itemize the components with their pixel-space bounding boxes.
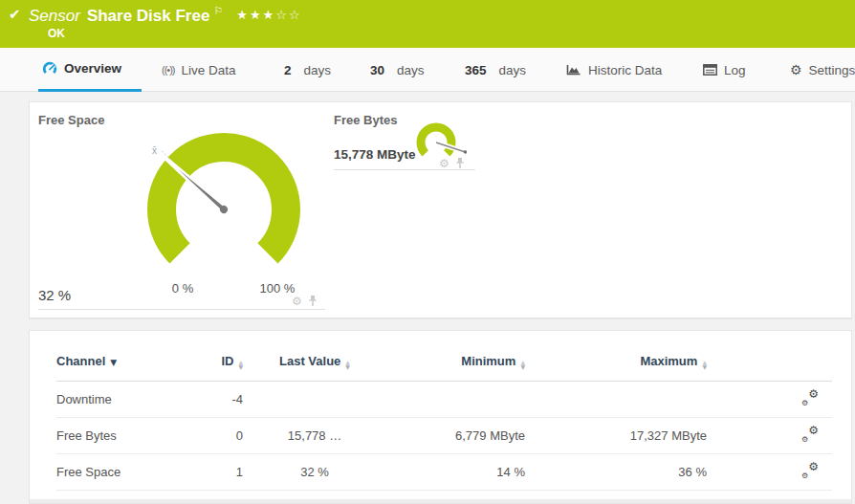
cell-maximum: [525, 382, 707, 418]
table-header-row: Channel▼ ID▲▼ Last Value▲▼ Minimum▲▼ Max: [56, 354, 832, 382]
cell-maximum: 36 %: [525, 454, 707, 491]
broadcast-icon: ((•)): [162, 64, 175, 76]
cell-minimum: [386, 382, 525, 418]
tab-365-days[interactable]: 365days: [461, 48, 530, 92]
cell-id: -4: [200, 382, 243, 418]
tab-settings[interactable]: ⚙ Settings: [786, 48, 855, 92]
free-bytes-separator: [334, 169, 475, 170]
column-header-channel[interactable]: Channel▼: [56, 354, 200, 382]
gauge-scale-min: 0 %: [164, 281, 202, 296]
tab-number: 30: [370, 63, 384, 77]
channel-settings-icon[interactable]: ⚙⚙: [801, 390, 819, 405]
pin-icon[interactable]: [455, 157, 465, 169]
status-badge: OK: [48, 27, 65, 40]
column-label: ID: [221, 354, 233, 368]
cell-minimum: 6,779 MByte: [386, 418, 525, 454]
sort-desc-icon: ▼: [110, 358, 117, 367]
gear-icon: ⚙: [790, 63, 802, 77]
tab-label: Log: [724, 63, 746, 77]
table-row-free-bytes[interactable]: Free Bytes 0 15,778 … 6,779 MByte 17,327…: [56, 418, 832, 454]
mean-marker: x̄: [152, 145, 157, 156]
column-header-id[interactable]: ID▲▼: [200, 354, 243, 382]
free-space-value: 32 %: [38, 287, 71, 303]
tab-label: Live Data: [182, 63, 236, 77]
sort-icon: ▲▼: [345, 360, 350, 369]
tab-number: 365: [465, 63, 487, 77]
cell-channel: Free Bytes: [56, 418, 200, 454]
channel-table-panel: Channel▼ ID▲▼ Last Value▲▼ Minimum▲▼ Max: [29, 330, 852, 504]
status-check-icon: ✔: [9, 6, 21, 23]
tab-bar: Overview ((•)) Live Data 2days 30days 36…: [0, 48, 855, 92]
tab-live-data[interactable]: ((•)) Live Data: [158, 48, 240, 92]
cell-channel: Downtime: [56, 382, 200, 418]
table-row-free-space[interactable]: Free Space 1 32 % 14 % 36 % ⚙⚙: [56, 454, 832, 491]
free-bytes-value: 15,778 MByte: [334, 147, 416, 162]
sensor-header: ✔ SensorShare Disk Free⚐★★★☆☆ OK: [0, 0, 855, 48]
sort-icon: ▲▼: [702, 360, 707, 369]
free-space-title: Free Space: [38, 113, 104, 127]
tab-30-days[interactable]: 30days: [366, 48, 428, 92]
tab-historic-data[interactable]: Historic Data: [562, 48, 666, 92]
cell-last-value: [243, 382, 386, 418]
log-icon: [703, 64, 717, 76]
free-space-separator: [38, 309, 325, 310]
column-label: Maximum: [640, 354, 697, 368]
channel-table: Channel▼ ID▲▼ Last Value▲▼ Minimum▲▼ Max: [56, 354, 832, 491]
tab-label: Settings: [809, 63, 855, 77]
overview-gauges-panel: Free Space x̄ 0 % 100 % 32 % ⚙ Free Byte…: [29, 101, 852, 318]
tab-number: 2: [284, 63, 292, 77]
gauge-icon: [42, 61, 57, 77]
tab-log[interactable]: Log: [699, 48, 750, 92]
tab-label: days: [304, 63, 332, 77]
cell-minimum: 14 %: [386, 454, 525, 491]
tab-2-days[interactable]: 2days: [280, 48, 335, 92]
sort-icon: ▲▼: [520, 360, 525, 369]
table-row-downtime[interactable]: Downtime -4 ⚙⚙: [56, 382, 832, 418]
column-header-last-value[interactable]: Last Value▲▼: [243, 354, 386, 382]
prtg-sensor-page: ✔ SensorShare Disk Free⚐★★★☆☆ OK Overvie…: [0, 0, 855, 504]
channel-settings-icon[interactable]: ⚙⚙: [801, 427, 819, 442]
tab-label: Historic Data: [588, 63, 662, 77]
cell-last-value: 15,778 …: [243, 418, 386, 454]
cell-last-value: 32 %: [243, 454, 386, 491]
cell-id: 0: [200, 418, 243, 454]
tab-label: days: [397, 63, 425, 77]
free-bytes-title: Free Bytes: [334, 113, 397, 127]
column-header-maximum[interactable]: Maximum▲▼: [525, 354, 707, 382]
channel-settings-icon[interactable]: ⚙⚙: [801, 463, 819, 478]
tab-overview[interactable]: Overview: [38, 48, 142, 92]
sensor-title: SensorShare Disk Free⚐★★★☆☆: [29, 5, 302, 26]
column-label: Minimum: [461, 354, 515, 368]
tab-label: days: [499, 63, 527, 77]
gauge-settings-gear-icon[interactable]: ⚙: [439, 158, 449, 169]
area-chart-icon: [566, 63, 581, 77]
gauge-settings-gear-icon[interactable]: ⚙: [292, 296, 302, 307]
flag-icon[interactable]: ⚐: [213, 5, 223, 17]
column-label: Last Value: [279, 354, 340, 368]
sensor-kind-label: Sensor: [29, 7, 80, 25]
pin-icon[interactable]: [308, 295, 318, 307]
next-section-edge: [30, 499, 851, 503]
sensor-name: Share Disk Free: [87, 7, 210, 25]
cell-maximum: 17,327 MByte: [525, 418, 707, 454]
cell-channel: Free Space: [56, 454, 200, 491]
column-label: Channel: [56, 354, 105, 368]
priority-stars[interactable]: ★★★☆☆: [236, 8, 301, 22]
free-space-gauge: x̄: [142, 123, 305, 272]
tab-label: Overview: [64, 61, 121, 76]
column-header-minimum[interactable]: Minimum▲▼: [386, 354, 525, 382]
gauge-scale-max: 100 %: [250, 281, 305, 296]
sort-icon: ▲▼: [238, 360, 243, 369]
cell-id: 1: [200, 454, 243, 491]
